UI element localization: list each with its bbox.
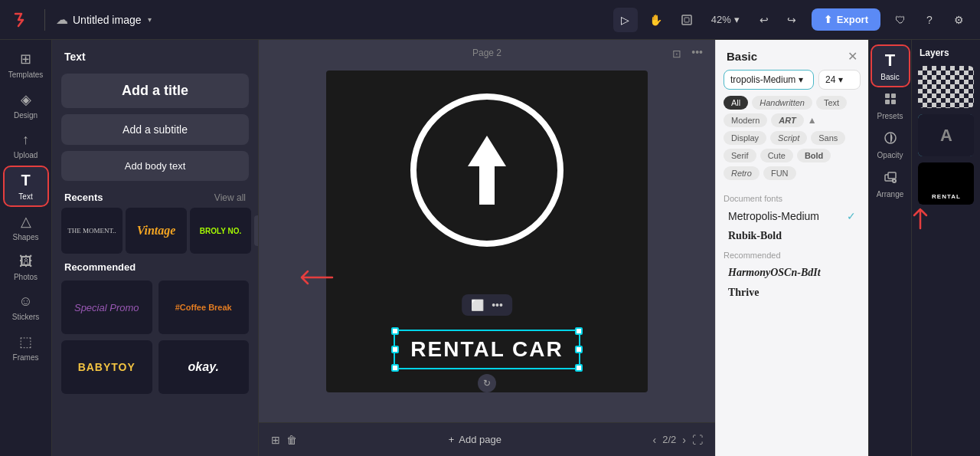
- rec-preview-3: BABYTOY: [78, 361, 136, 373]
- sidebar-item-photos[interactable]: 🖼 Photos: [5, 249, 47, 286]
- shield-btn[interactable]: 🛡: [888, 8, 913, 32]
- filter-serif[interactable]: Serif: [724, 149, 756, 162]
- right-tool-basic[interactable]: T Basic: [872, 46, 909, 86]
- select-tool-btn[interactable]: ▷: [613, 8, 638, 32]
- more-options-btn[interactable]: •••: [492, 299, 503, 311]
- settings-btn[interactable]: ⚙: [946, 8, 971, 32]
- doc-area: ☁ Untitled image ▾: [56, 12, 606, 27]
- sidebar-item-design[interactable]: ◈ Design: [5, 87, 47, 124]
- help-btn[interactable]: ?: [917, 8, 942, 32]
- grid-view-btn[interactable]: ⊞: [271, 434, 280, 446]
- zoom-chevron: ▾: [734, 14, 740, 25]
- layer-item-1[interactable]: [918, 66, 974, 108]
- font-name-rubik: Rubik-Bold: [728, 230, 782, 242]
- filter-modern[interactable]: Modern: [724, 113, 767, 127]
- sidebar-item-templates[interactable]: ⊞ Templates: [5, 46, 47, 84]
- font-name-thrive: Thrive: [728, 287, 759, 299]
- recent-item-3[interactable]: BROLY NO.: [190, 208, 251, 254]
- recommended-item-2[interactable]: #Coffee Break: [158, 280, 250, 334]
- layer-thumb-1: [918, 66, 974, 108]
- filter-collapse-btn[interactable]: ▲: [808, 115, 817, 126]
- filter-art[interactable]: ART: [771, 113, 803, 127]
- presets-tool-label: Presets: [877, 112, 903, 120]
- filter-fun[interactable]: FUN: [763, 166, 796, 180]
- font-item-rubik[interactable]: Rubik-Bold: [724, 226, 861, 246]
- prev-page-btn[interactable]: ‹: [653, 434, 657, 446]
- filter-sans[interactable]: Sans: [811, 131, 845, 145]
- recents-next-btn[interactable]: ›: [254, 215, 258, 246]
- frame-tool-btn[interactable]: [675, 8, 699, 32]
- recommended-item-1[interactable]: Special Promo: [61, 280, 152, 334]
- delete-btn[interactable]: 🗑: [286, 434, 297, 446]
- filter-display[interactable]: Display: [724, 131, 766, 145]
- fullscreen-btn[interactable]: ⛶: [692, 434, 703, 446]
- filter-retro[interactable]: Retro: [724, 166, 760, 180]
- sidebar-item-shapes[interactable]: △ Shapes: [5, 208, 47, 246]
- app-logo[interactable]: [9, 8, 34, 32]
- sidebar-item-stickers[interactable]: ☺ Stickers: [5, 289, 47, 326]
- handle-br[interactable]: [575, 364, 583, 372]
- rec-preview-1: Special Promo: [74, 302, 139, 313]
- layer-item-3[interactable]: RENTAL: [918, 162, 974, 205]
- zoom-control[interactable]: 42% ▾: [705, 11, 746, 28]
- page-thumbnail-icon: ⊡: [672, 48, 681, 60]
- left-sidebar: ⊞ Templates ◈ Design ↑ Upload T Text △ S…: [0, 40, 52, 456]
- sidebar-item-upload[interactable]: ↑ Upload: [5, 127, 47, 164]
- svg-marker-2: [468, 136, 506, 205]
- page-indicator: Page 2: [472, 48, 501, 58]
- text-selection-box[interactable]: RENTAL CAR: [394, 330, 580, 369]
- next-page-btn[interactable]: ›: [682, 434, 686, 446]
- handle-tl[interactable]: [391, 327, 399, 335]
- layer-item-2[interactable]: A: [918, 114, 974, 156]
- font-item-harmony[interactable]: HarmonyOSCn-BdIt: [724, 263, 861, 283]
- sidebar-label-photos: Photos: [14, 273, 38, 281]
- redo-btn[interactable]: ↪: [779, 8, 804, 32]
- topbar: ☁ Untitled image ▾ ▷ ✋ 42% ▾ ↩ ↪ ⬆ Expor…: [0, 0, 980, 40]
- refresh-btn[interactable]: ↻: [478, 374, 496, 392]
- add-page-btn[interactable]: + Add page: [449, 434, 501, 445]
- recent-item-2[interactable]: Vintage: [126, 208, 187, 254]
- hand-tool-btn[interactable]: ✋: [644, 8, 668, 32]
- handle-bl[interactable]: [391, 364, 399, 372]
- filter-text[interactable]: Text: [816, 96, 847, 110]
- recent-item-1[interactable]: THE MOMENT..: [61, 208, 122, 254]
- font-panel-header: Basic ✕: [716, 40, 868, 70]
- font-family-dropdown[interactable]: tropolis-Medium ▾: [724, 70, 814, 90]
- right-tool-opacity[interactable]: Opacity: [872, 126, 909, 164]
- doc-dropdown-icon[interactable]: ▾: [148, 15, 152, 24]
- add-body-btn[interactable]: Add body text: [61, 151, 249, 181]
- filter-all[interactable]: All: [724, 96, 748, 110]
- design-icon: ◈: [21, 91, 31, 108]
- handle-mr[interactable]: [575, 346, 583, 353]
- image-replace-btn[interactable]: ⬜: [471, 299, 484, 311]
- recommended-item-3[interactable]: BABYTOY: [61, 340, 152, 394]
- add-title-btn[interactable]: Add a title: [61, 74, 249, 108]
- sidebar-item-text[interactable]: T Text: [5, 167, 47, 205]
- font-item-metropolis[interactable]: Metropolis-Medium ✓: [724, 206, 861, 226]
- right-tool-presets[interactable]: Presets: [872, 87, 909, 125]
- filter-handwritten[interactable]: Handwritten: [752, 96, 812, 110]
- font-item-thrive[interactable]: Thrive: [724, 283, 861, 303]
- filter-script[interactable]: Script: [770, 131, 807, 145]
- filter-cute[interactable]: Cute: [760, 149, 793, 162]
- font-size-dropdown[interactable]: 24 ▾: [818, 70, 861, 90]
- page-more-btn[interactable]: •••: [691, 46, 703, 58]
- rental-text[interactable]: RENTAL CAR: [410, 337, 563, 362]
- filter-bold[interactable]: Bold: [797, 149, 831, 162]
- font-panel-close-btn[interactable]: ✕: [848, 49, 858, 64]
- sidebar-item-frames[interactable]: ⬚ Frames: [5, 329, 47, 366]
- upload-icon: ↑: [22, 132, 29, 148]
- view-all-btn[interactable]: View all: [214, 192, 246, 203]
- undo-btn[interactable]: ↩: [752, 8, 776, 32]
- right-tool-arrange[interactable]: Arrange: [872, 166, 909, 203]
- shapes-icon: △: [21, 213, 31, 230]
- main-layout: ⊞ Templates ◈ Design ↑ Upload T Text △ S…: [0, 40, 980, 456]
- basic-tool-icon: T: [885, 51, 895, 71]
- export-button[interactable]: ⬆ Export: [812, 8, 880, 31]
- handle-tr[interactable]: [575, 327, 583, 335]
- recommended-item-4[interactable]: okay.: [158, 340, 250, 394]
- canvas-page[interactable]: ⬜ ••• RENTAL CAR ↻: [326, 71, 648, 392]
- filter-tags: All Handwritten Text Modern ART ▲ Displa…: [716, 96, 868, 186]
- add-subtitle-btn[interactable]: Add a subtitle: [61, 114, 249, 145]
- handle-ml[interactable]: [391, 346, 399, 353]
